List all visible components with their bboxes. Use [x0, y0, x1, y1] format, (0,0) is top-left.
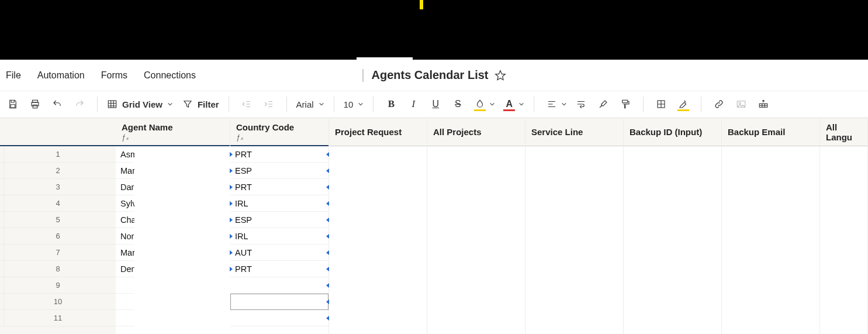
row-number[interactable]: 9	[0, 277, 116, 294]
column-header-all-languages[interactable]: All Langu	[820, 118, 867, 146]
font-select[interactable]: Arial	[296, 99, 324, 109]
highlight-icon[interactable]	[675, 96, 691, 112]
row-number[interactable]: 10	[0, 294, 116, 310]
cell-text: Den	[120, 264, 136, 274]
menu-forms[interactable]: Forms	[101, 70, 127, 81]
outdent-icon[interactable]	[238, 96, 255, 112]
bold-icon[interactable]: B	[383, 96, 399, 112]
format-painter-icon[interactable]	[617, 96, 634, 112]
caret-down-icon	[561, 101, 567, 107]
selection-marker-left-icon	[230, 152, 233, 157]
separator	[373, 97, 374, 112]
row-number[interactable]: 5	[0, 212, 116, 228]
clear-format-icon[interactable]	[595, 96, 611, 112]
strikethrough-icon[interactable]: S	[449, 96, 466, 112]
row-number[interactable]: 11	[0, 310, 116, 326]
fontsize-select[interactable]: 10	[344, 99, 364, 109]
row-number[interactable]: 6	[0, 228, 116, 245]
borders-icon[interactable]	[653, 96, 669, 112]
caret-down-icon	[489, 101, 495, 107]
caret-down-icon	[167, 101, 173, 107]
cell-text: PRT	[235, 183, 252, 192]
column-header-project-request[interactable]: Project Request	[329, 118, 427, 146]
insert-row-icon[interactable]	[755, 96, 772, 112]
cell-active[interactable]	[230, 294, 328, 310]
cell[interactable]: PRT	[230, 146, 328, 163]
selection-marker-left-icon	[230, 185, 233, 190]
column-header-country-code[interactable]: Country Code ƒₓ	[230, 118, 328, 146]
cell[interactable]: ESP	[230, 163, 328, 179]
link-icon[interactable]	[711, 96, 727, 112]
filter-button[interactable]: Filter	[182, 99, 219, 109]
column-mask	[134, 146, 230, 334]
corner-header[interactable]	[0, 118, 116, 146]
underline-icon[interactable]: U	[427, 96, 444, 112]
row-number[interactable]: 1	[0, 146, 116, 163]
separator	[643, 97, 644, 112]
row-number[interactable]: 4	[0, 195, 116, 212]
row-number[interactable]: 7	[0, 245, 116, 261]
wrap-icon[interactable]	[573, 96, 589, 112]
view-label: Grid View	[122, 99, 162, 109]
selection-marker-left-icon	[230, 250, 233, 255]
indent-icon[interactable]	[261, 96, 277, 112]
cell[interactable]	[230, 310, 328, 326]
column-header-service-line[interactable]: Service Line	[525, 118, 623, 146]
cell[interactable]	[230, 277, 328, 294]
cell-text: ESP	[235, 166, 252, 175]
undo-icon[interactable]	[49, 96, 65, 112]
row-number-gutter: 1 2 3 4 5 6 7 8 9 10 11	[0, 118, 116, 334]
row-number[interactable]: 3	[0, 179, 116, 195]
column-project-request: Project Request	[329, 118, 427, 334]
image-icon[interactable]	[733, 96, 749, 112]
cell[interactable]: PRT	[230, 261, 328, 277]
column-header-label: Backup ID (Input)	[630, 127, 715, 137]
menu-file[interactable]: File	[6, 70, 21, 81]
title-caret	[362, 69, 363, 82]
cell[interactable]: IRL	[230, 195, 328, 212]
column-header-backup-email[interactable]: Backup Email	[722, 118, 819, 146]
selection-marker-left-icon	[230, 168, 233, 173]
toolbar: Grid View Filter Arial 10 B I U S A	[0, 91, 868, 118]
column-header-label: Backup Email	[728, 127, 814, 137]
column-header-agent-name[interactable]: Agent Name ƒₓ	[116, 118, 230, 146]
separator	[701, 97, 701, 112]
redo-icon[interactable]	[71, 96, 88, 112]
column-agent-name: Agent Name ƒₓ Asm Mar Dar Sylv Cha Nora …	[116, 118, 230, 334]
cell[interactable]: AUT	[230, 245, 328, 261]
print-icon[interactable]	[27, 96, 43, 112]
menu-automation[interactable]: Automation	[37, 70, 85, 81]
column-backup-email: Backup Email	[722, 118, 820, 334]
column-service-line: Service Line	[525, 118, 624, 334]
column-header-label: All Langu	[826, 122, 862, 142]
svg-marker-0	[495, 70, 505, 80]
caret-down-icon	[518, 101, 524, 107]
column-header-all-projects[interactable]: All Projects	[427, 118, 525, 146]
view-selector[interactable]: Grid View	[107, 99, 173, 109]
title-wrap: Agents Calendar List	[362, 68, 506, 82]
grid-area: 1 2 3 4 5 6 7 8 9 10 11 Agent Name ƒₓ As…	[0, 118, 868, 334]
column-header-label: Country Code	[236, 122, 323, 132]
selection-marker-left-icon	[230, 267, 233, 271]
column-country-code: Country Code ƒₓ PRT ESP PRT IRL ESP IRL …	[230, 118, 329, 334]
column-header-backup-id[interactable]: Backup ID (Input)	[624, 118, 721, 146]
row-number[interactable]: 2	[0, 163, 116, 179]
menu-connections[interactable]: Connections	[144, 70, 196, 81]
italic-icon[interactable]: I	[405, 96, 421, 112]
cell[interactable]: IRL	[230, 228, 328, 245]
text-color-button[interactable]: A	[501, 96, 524, 112]
star-icon[interactable]	[494, 70, 506, 81]
row-number[interactable]: 8	[0, 261, 116, 277]
cell[interactable]: ESP	[230, 212, 328, 228]
column-all-languages: All Langu	[820, 118, 868, 334]
column-header-label: Project Request	[335, 127, 421, 137]
separator	[334, 97, 334, 112]
svg-point-8	[739, 102, 741, 104]
align-button[interactable]	[544, 96, 567, 112]
cell[interactable]: PRT	[230, 179, 328, 195]
svg-rect-3	[33, 105, 37, 108]
column-all-projects: All Projects	[427, 118, 525, 334]
cell-text: PRT	[235, 150, 252, 159]
fill-color-button[interactable]	[472, 96, 495, 112]
save-icon[interactable]	[5, 96, 21, 112]
